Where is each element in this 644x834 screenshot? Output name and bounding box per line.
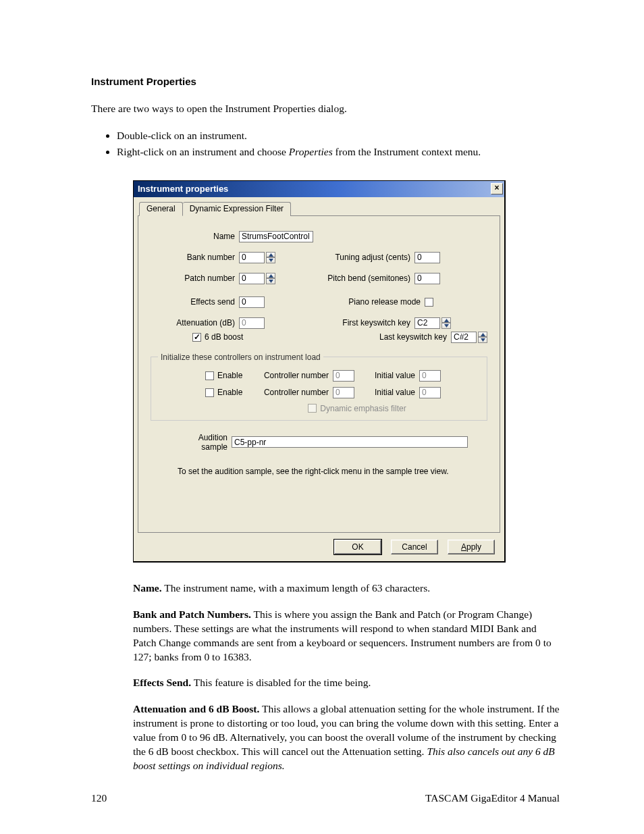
bank-number-label: Bank number	[151, 253, 239, 262]
initialize-legend: Initialize these controllers on instrume…	[158, 353, 323, 362]
svg-marker-5	[444, 324, 449, 328]
enable-2-label: Enable	[217, 388, 254, 397]
audition-note: To set the audition sample, see the righ…	[178, 467, 487, 476]
attenuation-label: Attenuation (dB)	[151, 318, 239, 328]
initial-value-1-label: Initial value	[354, 371, 419, 380]
controller-number-1-input[interactable]	[333, 370, 354, 382]
initial-value-2-label: Initial value	[354, 388, 419, 397]
way-1: Double-click on an instrument.	[117, 128, 560, 145]
last-keyswitch-label: Last keyswitch key	[352, 332, 451, 342]
initial-value-2-input[interactable]	[419, 387, 441, 398]
first-keyswitch-spinner[interactable]	[441, 317, 451, 329]
spinner-down-icon[interactable]	[441, 323, 451, 329]
piano-release-checkbox[interactable]	[425, 298, 433, 307]
pitch-bend-input[interactable]	[414, 273, 440, 284]
svg-marker-3	[269, 280, 273, 283]
spinner-up-icon[interactable]	[441, 317, 451, 323]
first-keyswitch-label: First keyswitch key	[316, 318, 414, 328]
dynamic-emphasis-label: Dynamic emphasis filter	[320, 404, 406, 413]
spinner-up-icon[interactable]	[266, 273, 275, 279]
dialog-titlebar: Instrument properties ×	[134, 181, 504, 197]
last-keyswitch-spinner[interactable]	[478, 332, 487, 343]
cancel-button[interactable]: Cancel	[391, 540, 438, 554]
tab-general[interactable]: General	[139, 202, 183, 216]
spinner-up-icon[interactable]	[478, 332, 487, 338]
audition-sample-input[interactable]	[232, 436, 468, 448]
tab-dynamic-expression-filter[interactable]: Dynamic Expression Filter	[183, 202, 291, 216]
intro-text: There are two ways to open the Instrumen…	[91, 102, 560, 116]
effects-send-input[interactable]	[239, 296, 265, 308]
enable-2-checkbox[interactable]	[205, 388, 214, 397]
six-db-boost-label: 6 dB boost	[205, 332, 243, 342]
patch-number-spinner[interactable]	[266, 273, 275, 284]
spinner-down-icon[interactable]	[266, 257, 275, 263]
last-keyswitch-input[interactable]	[451, 332, 477, 343]
para-bank: Bank and Patch Numbers. This is where yo…	[133, 608, 560, 664]
controller-number-2-label: Controller number	[254, 388, 333, 397]
manual-title: TASCAM GigaEditor 4 Manual	[425, 792, 560, 804]
patch-number-input[interactable]	[239, 273, 265, 284]
first-keyswitch-input[interactable]	[414, 317, 440, 329]
svg-marker-0	[269, 253, 273, 257]
attenuation-input[interactable]	[239, 317, 265, 329]
initial-value-1-input[interactable]	[419, 370, 441, 382]
dynamic-emphasis-checkbox[interactable]	[308, 404, 317, 413]
para-name: Name. The instrument name, with a maximu…	[133, 581, 560, 596]
svg-marker-7	[481, 338, 485, 342]
ways-list: Double-click on an instrument. Right-cli…	[117, 128, 560, 161]
spinner-down-icon[interactable]	[478, 337, 487, 343]
dialog-screenshot: Instrument properties × General Dynamic …	[133, 180, 506, 563]
para-effects: Effects Send. This feature is disabled f…	[133, 676, 560, 690]
section-heading: Instrument Properties	[91, 76, 560, 87]
way-2: Right-click on an instrument and choose …	[117, 145, 560, 161]
close-button[interactable]: ×	[491, 183, 503, 194]
spinner-up-icon[interactable]	[266, 252, 275, 258]
enable-1-label: Enable	[217, 371, 254, 380]
apply-button[interactable]: Apply	[448, 540, 495, 554]
tuning-adjust-label: Tuning adjust (cents)	[316, 253, 414, 262]
controller-number-1-label: Controller number	[254, 371, 333, 380]
bank-number-input[interactable]	[239, 252, 265, 263]
patch-number-label: Patch number	[151, 273, 239, 283]
tab-panel-general: Name Bank number	[138, 215, 500, 533]
piano-release-label: Piano release mode	[316, 297, 425, 307]
name-input[interactable]	[239, 231, 313, 242]
ok-button[interactable]: OK	[334, 540, 381, 554]
enable-1-checkbox[interactable]	[205, 371, 214, 380]
six-db-boost-checkbox[interactable]	[192, 333, 201, 342]
svg-marker-6	[481, 333, 485, 336]
initialize-controllers-group: Initialize these controllers on instrume…	[151, 353, 487, 421]
audition-sample-label: Audition sample	[151, 433, 232, 452]
spinner-down-icon[interactable]	[266, 278, 275, 284]
controller-number-2-input[interactable]	[333, 387, 354, 398]
bank-number-spinner[interactable]	[266, 252, 275, 263]
svg-marker-4	[444, 319, 449, 322]
dialog-button-bar: OK Cancel Apply	[134, 537, 504, 561]
svg-marker-1	[269, 259, 273, 262]
name-label: Name	[151, 232, 239, 241]
dialog-title: Instrument properties	[138, 184, 228, 194]
svg-marker-2	[269, 274, 273, 278]
page-footer: 120 TASCAM GigaEditor 4 Manual	[91, 792, 560, 804]
para-attenuation: Attenuation and 6 dB Boost. This allows …	[133, 702, 560, 773]
effects-send-label: Effects send	[151, 297, 239, 307]
tuning-adjust-input[interactable]	[414, 252, 440, 263]
pitch-bend-label: Pitch bend (semitones)	[316, 273, 414, 283]
page-number: 120	[91, 792, 107, 804]
